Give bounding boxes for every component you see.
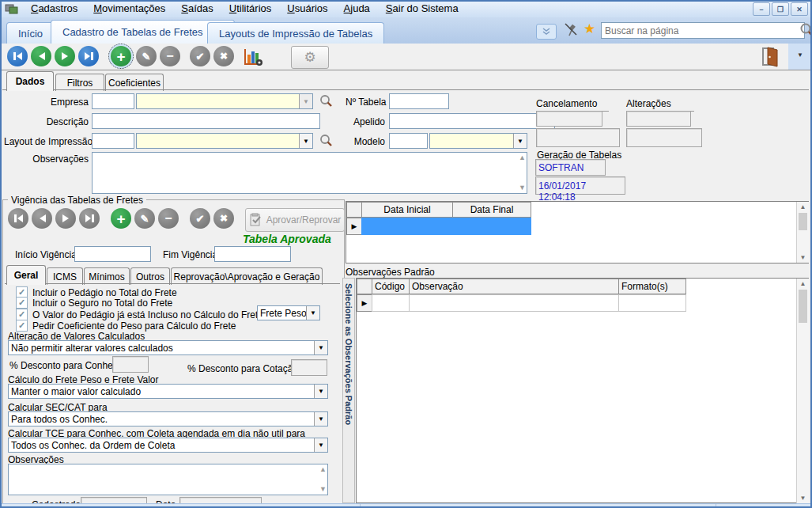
obs-row-formatos[interactable] bbox=[618, 294, 686, 312]
cancel-button[interactable]: ✖ bbox=[213, 46, 234, 66]
chevron-down-icon[interactable]: ▼ bbox=[314, 341, 327, 354]
search-input[interactable] bbox=[601, 22, 805, 39]
scroll-up-icon[interactable]: ▲ bbox=[319, 466, 327, 473]
chevron-down-icon[interactable]: ▼ bbox=[306, 306, 319, 320]
scroll-up-icon[interactable]: ▲ bbox=[797, 203, 809, 210]
next-record-button[interactable] bbox=[55, 46, 75, 66]
menu-usuarios[interactable]: Usuários bbox=[279, 1, 335, 17]
vigencia-confirm-button[interactable]: ✔ bbox=[190, 208, 210, 229]
vigencia-row-data-final[interactable] bbox=[452, 218, 531, 235]
modelo-code-input[interactable] bbox=[389, 133, 428, 149]
selecione-observacoes-strip[interactable]: Selecione as Observações Padrão bbox=[342, 278, 355, 503]
tce-combo[interactable]: Todos os Conhec. da Ordem de Coleta ▼ bbox=[8, 438, 328, 453]
calculo-frete-combo[interactable]: Manter o maior valor calculado ▼ bbox=[8, 384, 328, 399]
menu-utilitarios[interactable]: Utilitários bbox=[221, 1, 279, 17]
confirm-button[interactable]: ✔ bbox=[190, 46, 210, 66]
menu-sair[interactable]: Sair do Sistema bbox=[378, 1, 466, 17]
exit-door-icon[interactable] bbox=[761, 47, 780, 67]
vigencia-cancel-button[interactable]: ✖ bbox=[213, 208, 234, 229]
tab-reprovacao-aprovacao[interactable]: Reprovação\Aprovação e Geração bbox=[171, 267, 323, 285]
edit-record-button[interactable]: ✎ bbox=[136, 46, 157, 66]
add-record-button[interactable]: + bbox=[111, 46, 131, 66]
menu-ajuda[interactable]: Ajuda bbox=[336, 1, 378, 17]
tab-outros[interactable]: Outros bbox=[130, 267, 170, 285]
tab-icms[interactable]: ICMS bbox=[47, 267, 83, 285]
vigencia-delete-button[interactable]: − bbox=[158, 208, 179, 229]
seccat-combo[interactable]: Para todos os Conhec. ▼ bbox=[8, 411, 328, 426]
col-header-codigo[interactable]: Código bbox=[372, 279, 410, 294]
scroll-down-icon[interactable]: ▼ bbox=[319, 486, 327, 493]
toolbar-overflow-dropdown[interactable]: ▼ bbox=[788, 44, 812, 70]
fim-vigencia-input[interactable] bbox=[214, 246, 291, 262]
apelido-input[interactable] bbox=[389, 113, 555, 129]
scrollbar-thumb[interactable] bbox=[799, 213, 807, 230]
scroll-down-icon[interactable]: ▼ bbox=[797, 254, 809, 261]
tab-coeficientes[interactable]: Coeficientes bbox=[105, 74, 164, 91]
alteracao-valores-combo[interactable]: Não permitir alterar valores calculados … bbox=[8, 340, 328, 355]
observacoes-textarea[interactable]: ▲ ▼ bbox=[92, 152, 527, 194]
chevron-down-icon[interactable]: ▼ bbox=[299, 94, 312, 108]
descricao-input[interactable] bbox=[92, 113, 320, 129]
col-header-data-inicial[interactable]: Data Inicial bbox=[361, 202, 453, 218]
empresa-lookup-icon[interactable] bbox=[319, 93, 334, 108]
tab-minimos[interactable]: Mínimos bbox=[84, 267, 130, 285]
menu-movimentacoes[interactable]: Movimentações bbox=[85, 1, 173, 17]
scroll-down-icon[interactable]: ▼ bbox=[797, 495, 809, 502]
favorites-star-icon[interactable]: ★ bbox=[584, 21, 595, 37]
vigencia-last-button[interactable] bbox=[79, 208, 100, 229]
vigencia-add-button[interactable]: + bbox=[111, 208, 131, 229]
chevron-down-icon[interactable]: ▼ bbox=[299, 134, 312, 148]
obs-row-codigo[interactable] bbox=[372, 294, 410, 312]
tab-list-expander-button[interactable] bbox=[536, 24, 557, 40]
layout-lookup-icon[interactable] bbox=[319, 133, 334, 148]
layout-code-input[interactable] bbox=[92, 133, 134, 149]
empresa-combo[interactable]: ▼ bbox=[136, 93, 313, 109]
checkbox-checked-icon[interactable]: ✓ bbox=[16, 309, 28, 320]
search-icon[interactable] bbox=[799, 22, 812, 38]
delete-record-button[interactable]: − bbox=[160, 46, 180, 66]
obs-row-selector[interactable]: ▶ bbox=[357, 294, 372, 312]
vigencia-grid-scrollbar[interactable]: ▲ ▼ bbox=[796, 202, 809, 263]
obs-row-observacao[interactable] bbox=[409, 294, 619, 312]
chart-settings-icon[interactable] bbox=[243, 47, 263, 66]
tab-dados[interactable]: Dados bbox=[6, 71, 54, 91]
close-button[interactable]: ✕ bbox=[791, 2, 808, 16]
checkbox-checked-icon[interactable]: ✓ bbox=[16, 320, 28, 332]
layout-combo[interactable]: ▼ bbox=[136, 133, 313, 149]
scroll-down-icon[interactable]: ▼ bbox=[519, 184, 526, 191]
scroll-up-icon[interactable]: ▲ bbox=[797, 280, 809, 287]
unpin-icon[interactable] bbox=[563, 22, 579, 38]
minimize-button[interactable]: – bbox=[753, 2, 770, 16]
vigencia-row-selector[interactable]: ▶ bbox=[346, 218, 362, 235]
modelo-combo[interactable]: ▼ bbox=[429, 133, 527, 149]
obs-grid-scrollbar[interactable]: ▲ ▼ bbox=[796, 279, 809, 503]
settings-button[interactable]: ⚙ bbox=[291, 46, 329, 69]
vigencia-edit-button[interactable]: ✎ bbox=[134, 208, 155, 229]
scrollbar-thumb[interactable] bbox=[799, 290, 807, 323]
geral-observacoes-textarea[interactable]: ▲ ▼ bbox=[8, 464, 328, 495]
vigencia-first-button[interactable] bbox=[8, 208, 28, 229]
menu-cadastros[interactable]: Cadastros bbox=[23, 1, 85, 17]
vigencia-next-button[interactable] bbox=[55, 208, 76, 229]
first-record-button[interactable] bbox=[7, 46, 28, 66]
scroll-up-icon[interactable]: ▲ bbox=[519, 154, 526, 161]
vigencia-previous-button[interactable] bbox=[32, 208, 52, 229]
previous-record-button[interactable] bbox=[31, 46, 51, 66]
vigencia-row-data-inicial[interactable] bbox=[361, 218, 453, 235]
checkbox-checked-icon[interactable]: ✓ bbox=[16, 297, 28, 309]
chevron-down-icon[interactable]: ▼ bbox=[314, 412, 327, 426]
col-header-data-final[interactable]: Data Final bbox=[452, 202, 531, 218]
inicio-vigencia-input[interactable] bbox=[74, 246, 151, 262]
last-record-button[interactable] bbox=[78, 46, 99, 66]
empresa-code-input[interactable] bbox=[92, 93, 134, 109]
num-tabela-input[interactable] bbox=[389, 93, 449, 109]
chevron-down-icon[interactable]: ▼ bbox=[314, 438, 327, 452]
col-header-observacao[interactable]: Observação bbox=[409, 279, 619, 294]
aprovar-reprovar-button[interactable]: Aprovar/Reprovar bbox=[245, 208, 345, 232]
chevron-down-icon[interactable]: ▼ bbox=[513, 134, 527, 148]
menu-saidas[interactable]: Saídas bbox=[173, 1, 221, 17]
restore-button[interactable]: ❐ bbox=[772, 2, 789, 16]
col-header-formatos[interactable]: Formato(s) bbox=[618, 279, 686, 294]
tab-layouts-impressao[interactable]: Layouts de Impressão de Tabelas bbox=[207, 22, 384, 44]
tab-inicio[interactable]: Início bbox=[6, 22, 55, 44]
